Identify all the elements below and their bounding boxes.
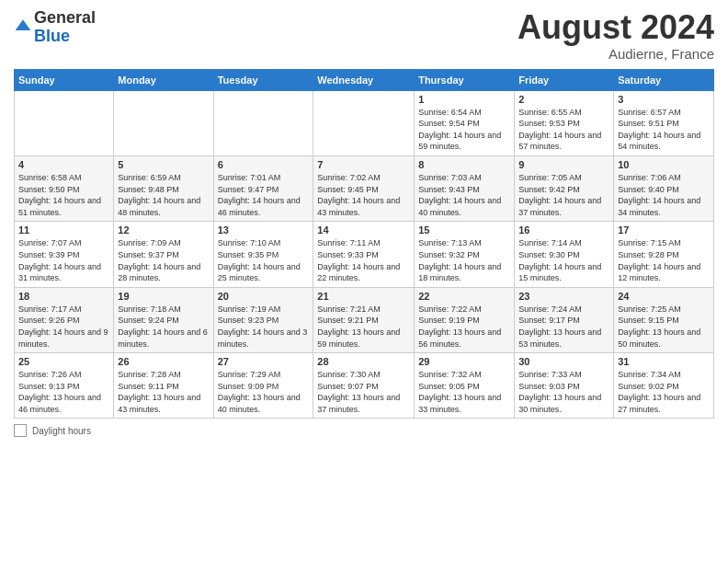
week-row-1: 1Sunrise: 6:54 AMSunset: 9:54 PMDaylight… — [15, 90, 714, 155]
day-number: 12 — [118, 224, 209, 236]
day-info: Sunrise: 6:58 AMSunset: 9:50 PMDaylight:… — [18, 172, 109, 218]
title-block: August 2024 Audierne, France — [518, 9, 714, 62]
footer-label: Daylight hours — [32, 426, 91, 436]
table-cell: 27Sunrise: 7:29 AMSunset: 9:09 PMDayligh… — [213, 353, 313, 419]
calendar: Sunday Monday Tuesday Wednesday Thursday… — [14, 69, 714, 419]
table-cell: 8Sunrise: 7:03 AMSunset: 9:43 PMDaylight… — [415, 155, 515, 221]
col-thursday: Thursday — [415, 69, 515, 90]
location: Audierne, France — [518, 46, 714, 62]
col-friday: Friday — [515, 69, 614, 90]
day-number: 13 — [218, 224, 310, 236]
day-number: 5 — [118, 159, 209, 170]
week-row-4: 18Sunrise: 7:17 AMSunset: 9:26 PMDayligh… — [15, 287, 714, 352]
table-cell: 5Sunrise: 6:59 AMSunset: 9:48 PMDaylight… — [114, 155, 213, 221]
table-cell — [15, 90, 114, 155]
col-saturday: Saturday — [614, 69, 714, 90]
day-info: Sunrise: 6:59 AMSunset: 9:48 PMDaylight:… — [118, 172, 209, 218]
table-cell: 19Sunrise: 7:18 AMSunset: 9:24 PMDayligh… — [114, 287, 213, 352]
day-number: 22 — [418, 291, 510, 302]
day-info: Sunrise: 7:07 AMSunset: 9:39 PMDaylight:… — [18, 237, 109, 283]
table-cell — [213, 90, 313, 155]
day-number: 8 — [418, 159, 510, 170]
col-sunday: Sunday — [15, 69, 114, 90]
day-number: 20 — [218, 291, 310, 302]
day-info: Sunrise: 7:14 AMSunset: 9:30 PMDaylight:… — [518, 237, 609, 283]
calendar-header-row: Sunday Monday Tuesday Wednesday Thursday… — [15, 69, 714, 90]
day-number: 24 — [618, 291, 710, 302]
day-info: Sunrise: 7:02 AMSunset: 9:45 PMDaylight:… — [317, 172, 410, 218]
week-row-5: 25Sunrise: 7:26 AMSunset: 9:13 PMDayligh… — [15, 353, 714, 419]
table-cell: 21Sunrise: 7:21 AMSunset: 9:21 PMDayligh… — [313, 287, 415, 352]
table-cell: 6Sunrise: 7:01 AMSunset: 9:47 PMDaylight… — [213, 155, 313, 221]
day-number: 21 — [317, 291, 410, 302]
table-cell: 14Sunrise: 7:11 AMSunset: 9:33 PMDayligh… — [313, 222, 415, 287]
table-cell: 11Sunrise: 7:07 AMSunset: 9:39 PMDayligh… — [15, 222, 114, 287]
week-row-2: 4Sunrise: 6:58 AMSunset: 9:50 PMDaylight… — [15, 155, 714, 221]
table-cell: 26Sunrise: 7:28 AMSunset: 9:11 PMDayligh… — [114, 353, 213, 419]
table-cell: 12Sunrise: 7:09 AMSunset: 9:37 PMDayligh… — [114, 222, 213, 287]
day-number: 17 — [618, 224, 710, 236]
col-wednesday: Wednesday — [313, 69, 415, 90]
table-cell: 3Sunrise: 6:57 AMSunset: 9:51 PMDaylight… — [614, 90, 714, 155]
day-info: Sunrise: 7:29 AMSunset: 9:09 PMDaylight:… — [218, 369, 310, 415]
day-info: Sunrise: 7:32 AMSunset: 9:05 PMDaylight:… — [418, 369, 510, 415]
col-monday: Monday — [114, 69, 213, 90]
day-number: 7 — [317, 159, 410, 170]
day-info: Sunrise: 7:30 AMSunset: 9:07 PMDaylight:… — [317, 369, 410, 415]
table-cell: 4Sunrise: 6:58 AMSunset: 9:50 PMDaylight… — [15, 155, 114, 221]
col-tuesday: Tuesday — [213, 69, 313, 90]
day-info: Sunrise: 7:03 AMSunset: 9:43 PMDaylight:… — [418, 172, 510, 218]
table-cell: 10Sunrise: 7:06 AMSunset: 9:40 PMDayligh… — [614, 155, 714, 221]
day-info: Sunrise: 7:24 AMSunset: 9:17 PMDaylight:… — [518, 304, 609, 350]
day-info: Sunrise: 7:26 AMSunset: 9:13 PMDaylight:… — [18, 369, 109, 415]
day-info: Sunrise: 7:22 AMSunset: 9:19 PMDaylight:… — [418, 304, 510, 350]
day-info: Sunrise: 7:19 AMSunset: 9:23 PMDaylight:… — [218, 304, 310, 350]
day-number: 9 — [518, 159, 609, 170]
day-number: 15 — [418, 224, 510, 236]
day-info: Sunrise: 7:10 AMSunset: 9:35 PMDaylight:… — [218, 237, 310, 283]
table-cell: 18Sunrise: 7:17 AMSunset: 9:26 PMDayligh… — [15, 287, 114, 352]
day-number: 29 — [418, 356, 510, 367]
day-info: Sunrise: 6:54 AMSunset: 9:54 PMDaylight:… — [418, 107, 510, 153]
day-number: 31 — [618, 356, 710, 367]
day-number: 28 — [317, 356, 410, 367]
day-number: 1 — [418, 94, 510, 105]
day-number: 25 — [18, 356, 109, 367]
day-info: Sunrise: 7:11 AMSunset: 9:33 PMDaylight:… — [317, 237, 410, 283]
table-cell — [313, 90, 415, 155]
day-number: 26 — [118, 356, 209, 367]
logo-general-text: General — [34, 8, 96, 27]
day-number: 23 — [518, 291, 609, 302]
day-number: 2 — [518, 94, 609, 105]
day-number: 14 — [317, 224, 410, 236]
day-info: Sunrise: 7:18 AMSunset: 9:24 PMDaylight:… — [118, 304, 209, 350]
day-number: 19 — [118, 291, 209, 302]
day-number: 11 — [18, 224, 109, 236]
logo-icon — [14, 17, 32, 35]
table-cell: 23Sunrise: 7:24 AMSunset: 9:17 PMDayligh… — [515, 287, 614, 352]
day-number: 16 — [518, 224, 609, 236]
day-info: Sunrise: 7:21 AMSunset: 9:21 PMDaylight:… — [317, 304, 410, 350]
table-cell: 24Sunrise: 7:25 AMSunset: 9:15 PMDayligh… — [614, 287, 714, 352]
table-cell: 20Sunrise: 7:19 AMSunset: 9:23 PMDayligh… — [213, 287, 313, 352]
table-cell: 30Sunrise: 7:33 AMSunset: 9:03 PMDayligh… — [515, 353, 614, 419]
day-number: 3 — [618, 94, 710, 105]
table-cell: 7Sunrise: 7:02 AMSunset: 9:45 PMDaylight… — [313, 155, 415, 221]
day-info: Sunrise: 6:55 AMSunset: 9:53 PMDaylight:… — [518, 107, 609, 153]
day-number: 10 — [618, 159, 710, 170]
header: General Blue August 2024 Audierne, Franc… — [14, 9, 714, 62]
table-cell: 15Sunrise: 7:13 AMSunset: 9:32 PMDayligh… — [415, 222, 515, 287]
table-cell: 9Sunrise: 7:05 AMSunset: 9:42 PMDaylight… — [515, 155, 614, 221]
day-info: Sunrise: 7:06 AMSunset: 9:40 PMDaylight:… — [618, 172, 710, 218]
day-info: Sunrise: 7:33 AMSunset: 9:03 PMDaylight:… — [518, 369, 609, 415]
table-cell: 25Sunrise: 7:26 AMSunset: 9:13 PMDayligh… — [15, 353, 114, 419]
day-number: 27 — [218, 356, 310, 367]
month-year: August 2024 — [518, 9, 714, 46]
day-info: Sunrise: 7:17 AMSunset: 9:26 PMDaylight:… — [18, 304, 109, 350]
table-cell: 13Sunrise: 7:10 AMSunset: 9:35 PMDayligh… — [213, 222, 313, 287]
svg-marker-0 — [16, 19, 31, 30]
table-cell: 17Sunrise: 7:15 AMSunset: 9:28 PMDayligh… — [614, 222, 714, 287]
day-info: Sunrise: 6:57 AMSunset: 9:51 PMDaylight:… — [618, 107, 710, 153]
day-number: 6 — [218, 159, 310, 170]
day-info: Sunrise: 7:05 AMSunset: 9:42 PMDaylight:… — [518, 172, 609, 218]
